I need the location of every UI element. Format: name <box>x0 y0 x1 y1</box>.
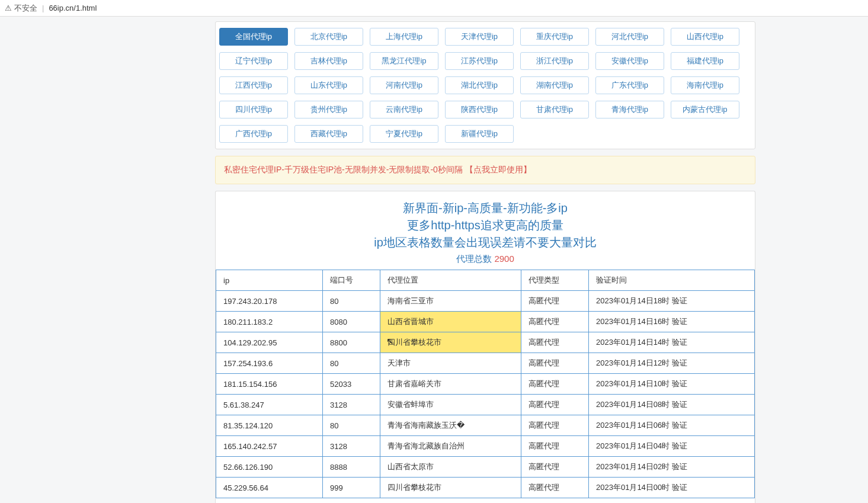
region-btn[interactable]: 广东代理ip <box>595 76 664 94</box>
cell-ip: 197.243.20.178 <box>216 291 323 312</box>
region-btn[interactable]: 江西代理ip <box>219 76 288 94</box>
col-header-port: 端口号 <box>323 270 380 291</box>
region-btn[interactable]: 云南代理ip <box>370 101 438 118</box>
cell-type: 高匿代理 <box>521 332 589 353</box>
address-url[interactable]: 66ip.cn/1.html <box>49 4 97 12</box>
address-separator: | <box>42 4 44 12</box>
region-btn[interactable]: 黑龙江代理ip <box>370 52 438 70</box>
cursor-icon: ↖ <box>386 336 394 347</box>
table-row: 52.66.126.1908888山西省太原市高匿代理2023年01月14日02… <box>216 457 755 478</box>
region-btn[interactable]: 甘肃代理ip <box>520 101 589 118</box>
table-row: 157.254.193.680天津市高匿代理2023年01月14日12时 验证 <box>216 353 755 374</box>
cell-type: 高匿代理 <box>521 312 589 332</box>
table-row: 181.15.154.15652033甘肃省嘉峪关市高匿代理2023年01月14… <box>216 374 755 395</box>
region-btn[interactable]: 天津代理ip <box>445 28 514 46</box>
cell-port: 80 <box>323 415 380 436</box>
cell-port: 8800 <box>323 332 380 353</box>
cell-port: 999 <box>323 478 380 498</box>
cell-time: 2023年01月14日16时 验证 <box>589 312 755 332</box>
region-btn[interactable]: 海南代理ip <box>671 76 739 94</box>
region-btn[interactable]: 贵州代理ip <box>294 101 363 118</box>
cell-ip: 81.35.124.120 <box>216 415 323 436</box>
region-btn[interactable]: 湖南代理ip <box>520 76 589 94</box>
col-header-loc: 代理位置 <box>380 270 521 291</box>
table-row: 180.211.183.28080山西省晋城市高匿代理2023年01月14日16… <box>216 312 755 332</box>
promo-banner[interactable]: 私密住宅代理IP-千万级住宅IP池-无限制并发-无限制提取-0秒间隔 【点我立即… <box>215 156 755 184</box>
cell-ip: 104.129.202.95 <box>216 332 323 353</box>
region-btn[interactable]: 辽宁代理ip <box>219 52 288 70</box>
region-btn[interactable]: 湖北代理ip <box>445 76 514 94</box>
region-btn[interactable]: 北京代理ip <box>294 28 363 46</box>
region-btn[interactable]: 江苏代理ip <box>445 52 514 70</box>
table-row: 81.35.124.12080青海省海南藏族玉沃�高匿代理2023年01月14日… <box>216 415 755 436</box>
table-row: 104.129.202.958800四川省攀枝花市↖高匿代理2023年01月14… <box>216 332 755 353</box>
cell-time: 2023年01月14日00时 验证 <box>589 478 755 498</box>
region-btn[interactable]: 四川代理ip <box>219 101 288 118</box>
region-btn[interactable]: 浙江代理ip <box>520 52 589 70</box>
cell-port: 3128 <box>323 436 380 457</box>
region-btn[interactable]: 广西代理ip <box>219 125 288 143</box>
region-btn[interactable]: 青海代理ip <box>595 101 664 118</box>
region-filter-panel: 全国代理ip北京代理ip上海代理ip天津代理ip重庆代理ip河北代理ip山西代理… <box>215 21 755 149</box>
cell-time: 2023年01月14日06时 验证 <box>589 415 755 436</box>
cell-ip: 45.229.56.64 <box>216 478 323 498</box>
region-btn[interactable]: 新疆代理ip <box>445 125 514 143</box>
region-btn[interactable]: 山西代理ip <box>671 28 739 46</box>
cell-port: 8080 <box>323 312 380 332</box>
region-btn[interactable]: 吉林代理ip <box>294 52 363 70</box>
cell-time: 2023年01月14日10时 验证 <box>589 374 755 395</box>
cell-type: 高匿代理 <box>521 353 589 374</box>
headline-line-1: 新界面-新ip-高质量-新功能-多ip <box>216 200 755 217</box>
table-row: 45.229.56.64999四川省攀枝花市高匿代理2023年01月14日00时… <box>216 478 755 498</box>
table-row: 197.243.20.17880海南省三亚市高匿代理2023年01月14日18时… <box>216 291 755 312</box>
proxy-count-value: 2900 <box>494 254 514 264</box>
cell-time: 2023年01月14日18时 验证 <box>589 291 755 312</box>
cell-type: 高匿代理 <box>521 436 589 457</box>
headline-line-2: 更多http-https追求更高的质量 <box>216 217 755 234</box>
region-btn[interactable]: 全国代理ip <box>219 28 288 46</box>
region-btn[interactable]: 宁夏代理ip <box>370 125 438 143</box>
cell-ip: 157.254.193.6 <box>216 353 323 374</box>
col-header-type: 代理类型 <box>521 270 589 291</box>
cell-loc: 山西省太原市 <box>380 457 521 478</box>
cell-loc: 天津市 <box>380 353 521 374</box>
region-btn[interactable]: 西藏代理ip <box>294 125 363 143</box>
cell-type: 高匿代理 <box>521 374 589 395</box>
region-btn[interactable]: 上海代理ip <box>370 28 438 46</box>
region-btn[interactable]: 陕西代理ip <box>445 101 514 118</box>
cell-port: 80 <box>323 353 380 374</box>
proxy-count-line: 代理总数 2900 <box>216 254 755 265</box>
cell-loc: 甘肃省嘉峪关市 <box>380 374 521 395</box>
region-btn[interactable]: 重庆代理ip <box>520 28 589 46</box>
cell-ip: 181.15.154.156 <box>216 374 323 395</box>
address-bar: ⚠ 不安全 | 66ip.cn/1.html <box>0 0 868 17</box>
region-btn[interactable]: 福建代理ip <box>671 52 739 70</box>
table-header-row: ip 端口号 代理位置 代理类型 验证时间 <box>216 270 755 291</box>
cell-loc: 安徽省蚌埠市 <box>380 395 521 415</box>
proxy-count-label: 代理总数 <box>456 254 492 264</box>
cell-time: 2023年01月14日04时 验证 <box>589 436 755 457</box>
region-btn[interactable]: 安徽代理ip <box>595 52 664 70</box>
cell-loc: 山西省晋城市 <box>380 312 521 332</box>
cell-type: 高匿代理 <box>521 395 589 415</box>
cell-loc: 海南省三亚市 <box>380 291 521 312</box>
region-btn[interactable]: 内蒙古代理ip <box>671 101 739 118</box>
region-btn[interactable]: 河南代理ip <box>370 76 438 94</box>
insecure-label: 不安全 <box>14 3 37 14</box>
region-btn[interactable]: 山东代理ip <box>294 76 363 94</box>
col-header-ip: ip <box>216 270 323 291</box>
cell-type: 高匿代理 <box>521 291 589 312</box>
promo-text: 私密住宅代理IP-千万级住宅IP池-无限制并发-无限制提取-0秒间隔 【点我立即… <box>224 165 531 174</box>
cell-port: 52033 <box>323 374 380 395</box>
cell-time: 2023年01月14日14时 验证 <box>589 332 755 353</box>
cell-ip: 5.61.38.247 <box>216 395 323 415</box>
cell-loc: 四川省攀枝花市 <box>380 478 521 498</box>
cell-ip: 180.211.183.2 <box>216 312 323 332</box>
region-btn[interactable]: 河北代理ip <box>595 28 664 46</box>
headline-line-3: ip地区表格数量会出现误差请不要大量对比 <box>216 234 755 251</box>
cell-time: 2023年01月14日02时 验证 <box>589 457 755 478</box>
table-row: 165.140.242.573128青海省海北藏族自治州高匿代理2023年01月… <box>216 436 755 457</box>
cell-port: 3128 <box>323 395 380 415</box>
cell-port: 80 <box>323 291 380 312</box>
cell-loc: 四川省攀枝花市↖ <box>380 332 521 353</box>
